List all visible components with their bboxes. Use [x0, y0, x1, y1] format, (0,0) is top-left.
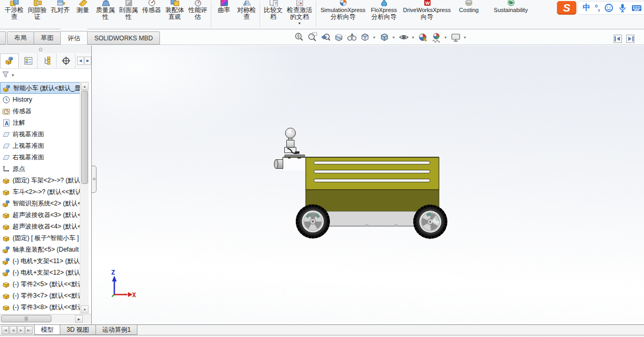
- ribbon-button-measure[interactable]: 测量: [72, 0, 94, 14]
- tree-item[interactable]: (-) 零件2<5> (默认<<默认: [0, 278, 80, 290]
- tree-filter-bar[interactable]: ▼: [0, 69, 91, 82]
- tree-item[interactable]: 超声波接收器<3> (默认<: [0, 209, 80, 221]
- ribbon-button-check-active-document[interactable]: *检查激活的文档▼: [285, 0, 314, 25]
- tree-horizontal-scrollbar[interactable]: ▶: [0, 314, 91, 323]
- part-icon: [2, 223, 11, 231]
- ribbon-button-symmetry-check[interactable]: 对称检查: [235, 0, 258, 20]
- check-active-document-icon: *: [295, 0, 304, 6]
- ribbon-button-sustainability[interactable]: Sustainability: [484, 0, 538, 14]
- document-tab-3[interactable]: 运动算例1: [95, 325, 138, 335]
- tree-vertical-scrollbar[interactable]: ▲ ▼: [80, 82, 89, 313]
- hscroll-right-arrow[interactable]: ▶: [75, 315, 83, 323]
- hide-show-items-dropdown-caret[interactable]: ▼: [411, 36, 416, 39]
- document-tab-1[interactable]: 模型: [34, 325, 60, 335]
- tree-item[interactable]: 上视基准面: [0, 140, 80, 151]
- tree-item[interactable]: 前视基准面: [0, 128, 80, 140]
- view-settings-dropdown-caret[interactable]: ▼: [463, 36, 468, 39]
- tree-item[interactable]: 超声波接收器<4> (默认<: [0, 221, 80, 232]
- scroll-up-arrow[interactable]: ▲: [81, 82, 89, 90]
- tree-item[interactable]: 原点: [0, 163, 80, 175]
- ribbon-button-performance-evaluation[interactable]: 性能评估: [186, 0, 209, 20]
- collapse-right-pane-button[interactable]: [626, 35, 635, 43]
- part-icon: [2, 280, 11, 288]
- sustainability-icon: [506, 0, 516, 6]
- chinese-mode-icon[interactable]: 中: [583, 3, 591, 13]
- keyboard-icon[interactable]: [631, 3, 642, 13]
- edit-appearance-icon[interactable]: [417, 31, 429, 43]
- tree-item[interactable]: (-) 电机+支架<11> (默认: [0, 255, 80, 267]
- headsup-view-toolbar: A▼▼▼▼▼: [294, 30, 469, 45]
- tree-item[interactable]: 轴承座装配<5> (Default: [0, 244, 80, 255]
- ribbon-button-section-properties[interactable]: 剖面属性: [117, 0, 140, 20]
- scroll-down-arrow[interactable]: ▼: [81, 306, 89, 313]
- hscroll-thumb[interactable]: [1, 315, 51, 322]
- emoji-icon[interactable]: [604, 3, 614, 13]
- panel-splitter-handle[interactable]: [92, 166, 96, 193]
- ribbon-button-assembly-visualization[interactable]: 装配体直观: [163, 0, 186, 20]
- panel-tab-prev-button[interactable]: ◀: [77, 57, 84, 65]
- document-tab-2[interactable]: 3D 视图: [60, 325, 96, 335]
- tree-item[interactable]: 智能小车 (默认<默认_显示状态: [0, 82, 80, 94]
- tree-item[interactable]: History: [0, 94, 80, 105]
- sensors-folder-icon: [2, 107, 11, 115]
- tree-item[interactable]: (-) 零件3<7> (默认<<默认: [0, 290, 80, 301]
- command-tab-4[interactable]: SOLIDWORKS MBD: [87, 31, 160, 45]
- graphics-viewport[interactable]: Z X: [92, 46, 644, 324]
- hide-show-items-icon[interactable]: [398, 31, 410, 43]
- tree-item[interactable]: A注解: [0, 117, 80, 128]
- tree-item[interactable]: (固定) 车架<2>->? (默认: [0, 175, 80, 186]
- ribbon-button-costing[interactable]: Costing: [454, 0, 484, 14]
- panel-top-splitter[interactable]: [0, 46, 91, 53]
- tab-partial[interactable]: [0, 31, 6, 45]
- doc-tab-nav-first[interactable]: |◀: [2, 326, 9, 334]
- section-view-icon[interactable]: [333, 31, 345, 43]
- doc-tab-nav-previous[interactable]: ◀: [9, 326, 17, 334]
- doc-tab-nav-next[interactable]: ▶: [17, 326, 25, 334]
- view-orientation-dropdown-caret[interactable]: ▼: [372, 36, 377, 39]
- panel-tab-dimxpert[interactable]: [57, 53, 76, 68]
- tree-item[interactable]: 车斗<2>->? (默认<<默认: [0, 186, 80, 198]
- command-tab-2[interactable]: 草图: [34, 31, 61, 45]
- ribbon-button-label: 孔对齐: [51, 7, 70, 14]
- panel-tab-featuremanager[interactable]: [0, 53, 19, 68]
- panel-tab-next-button[interactable]: ▶: [84, 57, 91, 65]
- tree-item[interactable]: 传感器: [0, 105, 80, 117]
- ribbon-button-compare-documents[interactable]: ?比较文档: [262, 0, 285, 20]
- ribbon-button-clearance-verify[interactable]: 间隙验证: [26, 0, 49, 20]
- display-style-dropdown-caret[interactable]: ▼: [392, 36, 396, 39]
- tree-item[interactable]: 智能识别系统<2> (默认<: [0, 198, 80, 209]
- punctuation-icon[interactable]: °,: [595, 3, 600, 12]
- ribbon-button-curvature[interactable]: 曲率: [213, 0, 235, 14]
- previous-view-icon[interactable]: [320, 31, 331, 43]
- ribbon-toolbar: 干涉检查间隙验证孔对齐测量质量属性剖面属性传感器装配体直观性能评估曲率对称检查?…: [0, 0, 644, 29]
- view-orientation-icon[interactable]: [359, 31, 371, 43]
- ribbon-button-driveworksxpress[interactable]: WDriveWorksXpress向导: [400, 0, 454, 20]
- ribbon-button-simulationxpress[interactable]: SimulationXpress分析向导: [318, 0, 368, 20]
- dropdown-caret-icon[interactable]: ▼: [298, 21, 302, 25]
- apply-scene-dropdown-caret[interactable]: ▼: [444, 36, 448, 39]
- command-tab-1[interactable]: 布局: [7, 31, 34, 45]
- ribbon-button-mass-properties[interactable]: 质量属性: [94, 0, 117, 20]
- zoom-area-icon[interactable]: [307, 31, 318, 43]
- tree-item[interactable]: (-) 零件3<8> (默认<<默认: [0, 301, 80, 313]
- sogou-logo[interactable]: S: [557, 1, 576, 15]
- tree-item[interactable]: (-) 电机+支架<12> (默认: [0, 267, 80, 278]
- display-style-icon[interactable]: [379, 31, 390, 43]
- doc-tab-nav-last[interactable]: ▶|: [25, 326, 33, 334]
- view-settings-icon[interactable]: [450, 31, 461, 43]
- tree-item[interactable]: (固定) [ 板子^智能小车 ]: [0, 232, 80, 244]
- panel-tab-propertymanager[interactable]: [19, 53, 38, 68]
- apply-scene-icon[interactable]: [431, 31, 442, 43]
- view-annotations-icon[interactable]: A: [346, 31, 358, 43]
- scroll-thumb[interactable]: [81, 91, 88, 184]
- microphone-icon[interactable]: [618, 3, 627, 13]
- ribbon-button-floxpress[interactable]: FloXpress分析向导: [368, 0, 400, 20]
- tree-item[interactable]: 右视基准面: [0, 151, 80, 163]
- panel-tab-configurationmanager[interactable]: [38, 53, 57, 68]
- zoom-fit-icon[interactable]: [294, 31, 305, 43]
- command-tab-3[interactable]: 评估: [60, 31, 88, 45]
- ribbon-button-sensor[interactable]: 传感器: [140, 0, 163, 14]
- ribbon-button-hole-align[interactable]: 孔对齐: [49, 0, 72, 14]
- collapse-left-pane-button[interactable]: [614, 35, 622, 43]
- ribbon-button-interference-check[interactable]: 干涉检查: [3, 0, 26, 20]
